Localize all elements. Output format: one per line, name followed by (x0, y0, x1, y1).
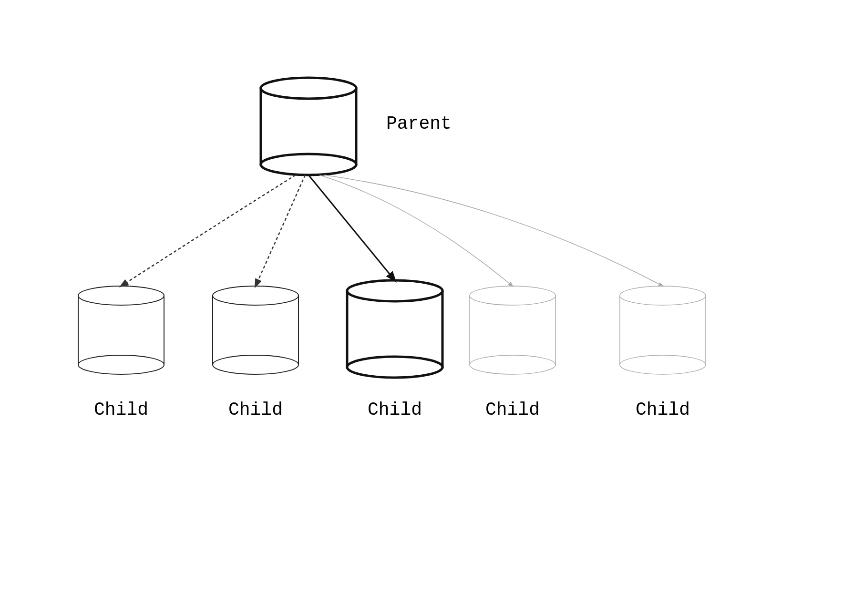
svg-text:Parent: Parent (386, 113, 452, 134)
svg-text:Child: Child (636, 400, 690, 420)
svg-rect-4 (78, 296, 164, 365)
svg-point-8 (213, 286, 298, 305)
svg-point-11 (347, 280, 442, 301)
svg-point-5 (78, 286, 164, 305)
svg-point-1 (261, 78, 356, 99)
svg-rect-16 (620, 296, 706, 365)
svg-text:Child: Child (228, 400, 283, 420)
svg-point-9 (213, 355, 298, 374)
svg-point-18 (620, 355, 706, 374)
diagram-canvas: Parent (0, 0, 853, 616)
svg-rect-13 (470, 296, 555, 365)
svg-text:Child: Child (368, 400, 422, 420)
svg-point-6 (78, 355, 164, 374)
svg-point-2 (261, 154, 356, 175)
svg-rect-7 (213, 296, 298, 365)
svg-point-17 (620, 286, 706, 305)
svg-point-14 (470, 286, 555, 305)
svg-point-15 (470, 355, 555, 374)
svg-text:Child: Child (485, 400, 540, 420)
diagram-svg: Parent (0, 0, 853, 616)
svg-text:Child: Child (94, 400, 148, 420)
svg-point-12 (347, 357, 442, 378)
